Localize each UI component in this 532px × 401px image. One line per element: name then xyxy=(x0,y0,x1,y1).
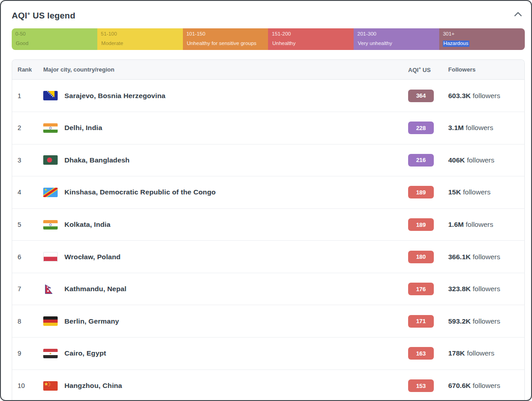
bangladesh-flag xyxy=(43,155,58,165)
legend-header: AQI+ US legend xyxy=(1,1,531,22)
segment-range: 151-200 xyxy=(272,32,354,37)
rank-value: 1 xyxy=(18,92,43,99)
aqi-badge: 163 xyxy=(408,347,434,360)
city-name: Kinshasa, Democratic Republic of the Con… xyxy=(64,188,216,196)
india-flag xyxy=(43,123,58,133)
city-name: Kolkata, India xyxy=(64,221,110,229)
segment-range: 101-150 xyxy=(186,32,268,37)
segment-label: Unhealthy xyxy=(272,41,296,47)
table-row[interactable]: 6 Wrocław, Poland 180 366.1K followers xyxy=(12,241,524,273)
segment-label-selected: Hazardous xyxy=(443,41,469,47)
legend-segment-unhealthy-sensitive: 101-150 Unhealthy for sensitive groups xyxy=(183,28,268,50)
poland-flag xyxy=(43,252,58,261)
aqi-badge: 153 xyxy=(408,379,434,392)
aqi-badge: 180 xyxy=(408,251,434,263)
table-row[interactable]: 3 Dhaka, Bangladesh 216 406K followers xyxy=(12,144,524,177)
followers-count: 15K followers xyxy=(448,188,524,196)
table-row[interactable]: 10 Hangzhou, China 153 670.6K followers xyxy=(12,370,524,401)
followers-count: 178K followers xyxy=(448,349,524,357)
followers-count: 3.1M followers xyxy=(448,124,524,132)
city-name: Cairo, Egypt xyxy=(64,349,106,357)
table-row[interactable]: 4 Kinshasa, Democratic Republic of the C… xyxy=(12,176,524,209)
rank-value: 4 xyxy=(18,189,43,196)
city-name: Delhi, India xyxy=(64,124,102,132)
aqi-badge: 228 xyxy=(408,122,434,134)
followers-count: 1.6M followers xyxy=(448,221,524,229)
legend-segment-unhealthy: 151-200 Unhealthy xyxy=(268,28,354,50)
segment-range: 301+ xyxy=(443,32,525,37)
legend-segment-hazardous: 301+ Hazardous xyxy=(439,28,525,50)
followers-count: 406K followers xyxy=(448,156,524,164)
aqi-badge: 364 xyxy=(408,90,434,102)
city-name: Hangzhou, China xyxy=(64,382,122,390)
rank-value: 10 xyxy=(18,382,43,389)
followers-count: 603.3K followers xyxy=(448,92,524,100)
rank-value: 6 xyxy=(18,253,43,261)
rank-value: 8 xyxy=(18,318,43,325)
legend-title: AQI+ US legend xyxy=(12,8,75,22)
table-header-row: Rank Major city, country/region AQI+ US … xyxy=(12,60,524,80)
chevron-up-icon xyxy=(514,11,522,18)
india-flag xyxy=(43,220,58,230)
segment-range: 201-300 xyxy=(357,32,439,37)
segment-range: 0-50 xyxy=(15,32,97,37)
column-header-aqi: AQI+ US xyxy=(408,66,448,73)
segment-label: Unhealthy for sensitive groups xyxy=(186,41,258,47)
aqi-legend-panel: AQI+ US legend 0-50 Good 51-100 Moderate… xyxy=(0,0,532,401)
table-row[interactable]: 7 Kathmandu, Nepal 176 323.8K followers xyxy=(12,273,524,306)
aqi-badge: 176 xyxy=(408,283,434,295)
city-name: Berlin, Germany xyxy=(64,317,119,325)
nepal-flag xyxy=(43,284,58,294)
followers-count: 366.1K followers xyxy=(448,253,524,261)
city-name: Sarajevo, Bosnia Herzegovina xyxy=(64,92,165,100)
aqi-badge: 216 xyxy=(408,154,434,167)
column-header-followers: Followers xyxy=(448,66,524,73)
egypt-flag xyxy=(43,349,58,358)
dr-congo-flag xyxy=(43,188,58,197)
column-header-city: Major city, country/region xyxy=(43,66,408,73)
rank-value: 2 xyxy=(18,124,43,131)
city-name: Dhaka, Bangladesh xyxy=(64,156,130,164)
city-name: Kathmandu, Nepal xyxy=(64,285,127,293)
table-row[interactable]: 2 Delhi, India 228 3.1M followers xyxy=(12,112,524,144)
city-name: Wrocław, Poland xyxy=(64,253,121,261)
table-row[interactable]: 5 Kolkata, India 189 1.6M followers xyxy=(12,209,524,241)
column-header-rank: Rank xyxy=(18,66,43,73)
followers-count: 670.6K followers xyxy=(448,382,524,390)
followers-count: 593.2K followers xyxy=(448,317,524,325)
aqi-color-scale: 0-50 Good 51-100 Moderate 101-150 Unheal… xyxy=(12,28,525,50)
collapse-legend-button[interactable] xyxy=(511,10,525,20)
aqi-badge: 189 xyxy=(408,218,434,231)
aqi-badge: 171 xyxy=(408,315,434,328)
followers-count: 323.8K followers xyxy=(448,285,524,293)
segment-range: 51-100 xyxy=(101,32,183,37)
legend-segment-very-unhealthy: 201-300 Very unhealthy xyxy=(354,28,439,50)
bosnia-herzegovina-flag xyxy=(43,91,58,100)
rank-value: 5 xyxy=(18,221,43,228)
germany-flag xyxy=(43,316,58,326)
aqi-badge: 189 xyxy=(408,186,434,198)
segment-label: Very unhealthy xyxy=(357,41,393,47)
table-row[interactable]: 9 Cairo, Egypt 163 178K followers xyxy=(12,338,524,370)
rank-value: 7 xyxy=(18,285,43,293)
city-ranking-table: Rank Major city, country/region AQI+ US … xyxy=(12,59,525,401)
rank-value: 9 xyxy=(18,350,43,357)
table-row[interactable]: 1 Sarajevo, Bosnia Herzegovina 364 603.3… xyxy=(12,80,524,112)
segment-label: Good xyxy=(15,41,29,47)
china-flag xyxy=(43,381,58,391)
segment-label: Moderate xyxy=(101,41,124,47)
rank-value: 3 xyxy=(18,157,43,164)
legend-segment-moderate: 51-100 Moderate xyxy=(97,28,183,50)
table-row[interactable]: 8 Berlin, Germany 171 593.2K followers xyxy=(12,305,524,338)
legend-segment-good: 0-50 Good xyxy=(12,28,97,50)
